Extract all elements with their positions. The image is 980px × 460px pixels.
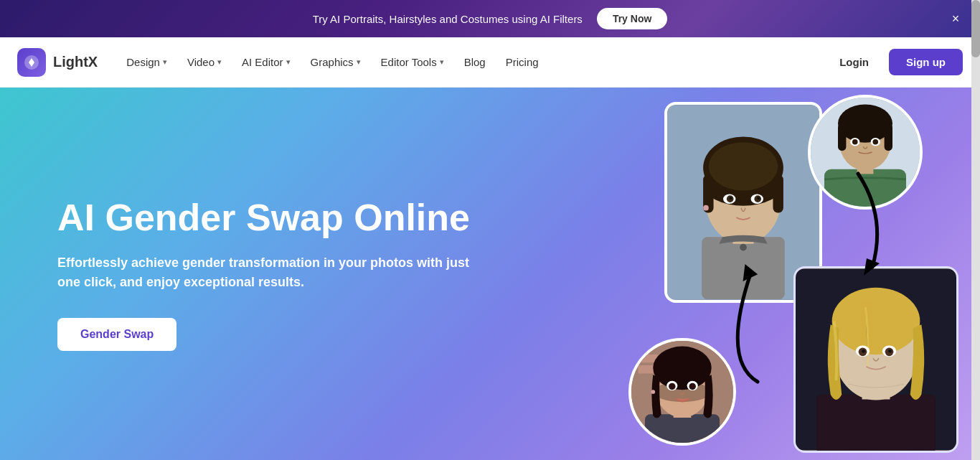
svg-point-15 — [730, 197, 732, 200]
svg-rect-33 — [631, 355, 659, 362]
hero-title: AI Gender Swap Online — [57, 197, 488, 240]
nav-graphics-chevron: ▾ — [357, 57, 361, 67]
banner-text: Try AI Portraits, Hairstyles and Costume… — [313, 13, 583, 25]
nav-item-design[interactable]: Design ▾ — [118, 50, 176, 74]
nav-item-pricing[interactable]: Pricing — [497, 50, 547, 74]
try-now-button[interactable]: Try Now — [597, 8, 667, 29]
scrollbar-thumb[interactable] — [971, 0, 980, 57]
svg-rect-49 — [816, 395, 936, 451]
nav-item-ai-editor[interactable]: AI Editor ▾ — [233, 50, 299, 74]
svg-point-24 — [838, 105, 892, 143]
hero-image-circle-bottom — [628, 338, 736, 446]
svg-point-46 — [651, 390, 655, 394]
svg-point-10 — [709, 142, 778, 190]
nav-item-blog[interactable]: Blog — [456, 50, 494, 74]
svg-point-1 — [29, 60, 34, 65]
signup-button[interactable]: Sign up — [889, 49, 963, 75]
svg-point-17 — [703, 205, 709, 211]
nav-blog-label: Blog — [464, 56, 486, 68]
nav-design-chevron: ▾ — [163, 57, 167, 67]
hero-subtitle: Effortlessly achieve gender transformati… — [57, 253, 488, 292]
hero-images — [550, 88, 980, 460]
svg-point-45 — [689, 383, 695, 390]
nav-video-label: Video — [187, 56, 215, 68]
nav-ai-editor-label: AI Editor — [242, 56, 283, 68]
nav-items: Design ▾ Video ▾ AI Editor ▾ Graphics ▾ … — [118, 50, 822, 74]
svg-rect-25 — [838, 123, 846, 151]
nav-editor-tools-label: Editor Tools — [381, 56, 437, 68]
svg-rect-9 — [773, 174, 783, 212]
svg-point-16 — [757, 197, 760, 200]
svg-rect-37 — [645, 414, 720, 443]
svg-rect-26 — [885, 123, 892, 151]
banner-close-button[interactable]: × — [946, 9, 966, 29]
gender-swap-button[interactable]: Gender Swap — [57, 318, 176, 351]
svg-point-58 — [888, 349, 892, 353]
hero-image-circle-top — [808, 95, 923, 210]
top-banner: Try AI Portraits, Hairstyles and Costume… — [0, 0, 980, 37]
nav-video-chevron: ▾ — [217, 57, 222, 67]
svg-rect-21 — [824, 169, 906, 207]
nav-design-label: Design — [126, 56, 160, 68]
nav-ai-editor-chevron: ▾ — [286, 57, 291, 67]
logo-icon — [17, 48, 46, 77]
scrollbar-track[interactable] — [971, 0, 980, 460]
login-button[interactable]: Login — [828, 50, 880, 74]
svg-point-57 — [862, 349, 865, 353]
hero-image-bottom-right — [793, 266, 958, 453]
hero-content: AI Gender Swap Online Effortlessly achie… — [57, 197, 488, 352]
svg-point-18 — [740, 244, 747, 251]
svg-point-29 — [852, 139, 858, 145]
nav-item-video[interactable]: Video ▾ — [179, 50, 230, 74]
svg-point-30 — [872, 139, 878, 145]
nav-item-graphics[interactable]: Graphics ▾ — [302, 50, 369, 74]
nav-item-editor-tools[interactable]: Editor Tools ▾ — [372, 50, 453, 74]
logo-area[interactable]: LightX — [17, 48, 98, 77]
nav-editor-tools-chevron: ▾ — [440, 57, 444, 67]
logo-text: LightX — [53, 54, 98, 70]
nav-auth: Login Sign up — [828, 49, 963, 75]
navbar: LightX Design ▾ Video ▾ AI Editor ▾ Grap… — [0, 37, 980, 88]
svg-point-52 — [832, 288, 920, 355]
svg-point-44 — [669, 383, 675, 390]
nav-pricing-label: Pricing — [506, 56, 539, 68]
hero-section: AI Gender Swap Online Effortlessly achie… — [0, 88, 980, 460]
nav-graphics-label: Graphics — [311, 56, 354, 68]
